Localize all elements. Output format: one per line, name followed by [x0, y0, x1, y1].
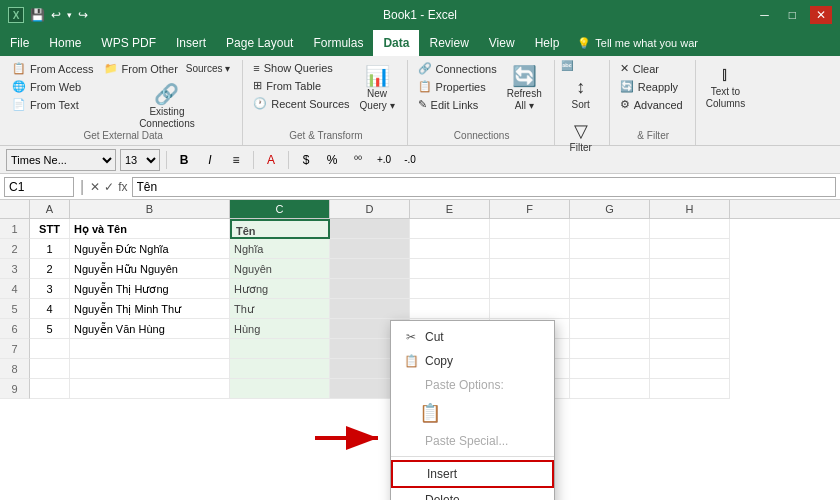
properties-button[interactable]: 📋 Properties [414, 78, 501, 95]
cell-b2[interactable]: Nguyễn Đức Nghĩa [70, 239, 230, 259]
minimize-button[interactable]: ─ [754, 6, 775, 24]
col-header-c[interactable]: C [230, 200, 330, 218]
cell-h1[interactable] [650, 219, 730, 239]
from-web-button[interactable]: 🌐 From Web [8, 78, 98, 95]
cell-e3[interactable] [410, 259, 490, 279]
comma-button[interactable]: ⁰⁰ [347, 149, 369, 171]
cell-a2[interactable]: 1 [30, 239, 70, 259]
increase-decimal-button[interactable]: +.0 [373, 149, 395, 171]
advanced-button[interactable]: ⚙ Advanced [616, 96, 687, 113]
cell-a3[interactable]: 2 [30, 259, 70, 279]
from-other-sources-button[interactable]: 📁 From Other Sources ▾ [100, 60, 235, 77]
ctx-insert[interactable]: Insert [391, 460, 554, 488]
cell-e4[interactable] [410, 279, 490, 299]
cell-g9[interactable] [570, 379, 650, 399]
cell-g8[interactable] [570, 359, 650, 379]
cell-d3[interactable] [330, 259, 410, 279]
ctx-delete[interactable]: Delete [391, 488, 554, 500]
refresh-all-button[interactable]: 🔄 Refresh All ▾ [503, 60, 546, 116]
cell-a6[interactable]: 5 [30, 319, 70, 339]
menu-view[interactable]: View [479, 30, 525, 56]
reapply-button[interactable]: 🔄 Reapply [616, 78, 687, 95]
redo-icon[interactable]: ↪ [78, 8, 88, 22]
cell-b3[interactable]: Nguyễn Hữu Nguyên [70, 259, 230, 279]
col-header-d[interactable]: D [330, 200, 410, 218]
cell-a9[interactable] [30, 379, 70, 399]
cell-f4[interactable] [490, 279, 570, 299]
cell-c3[interactable]: Nguyên [230, 259, 330, 279]
menu-file[interactable]: File [0, 30, 39, 56]
cell-g2[interactable] [570, 239, 650, 259]
align-button[interactable]: ≡ [225, 149, 247, 171]
cell-g7[interactable] [570, 339, 650, 359]
maximize-button[interactable]: □ [783, 6, 802, 24]
insert-function-icon[interactable]: fx [118, 180, 127, 194]
font-select[interactable]: Times Ne... [6, 149, 116, 171]
ctx-cut[interactable]: ✂ Cut [391, 325, 554, 349]
formula-input[interactable] [132, 177, 837, 197]
menu-page-layout[interactable]: Page Layout [216, 30, 303, 56]
cell-b7[interactable] [70, 339, 230, 359]
cell-a1[interactable]: STT [30, 219, 70, 239]
from-table-button[interactable]: ⊞ From Table [249, 77, 353, 94]
cell-h6[interactable] [650, 319, 730, 339]
bold-button[interactable]: B [173, 149, 195, 171]
cell-a8[interactable] [30, 359, 70, 379]
font-size-select[interactable]: 13 [120, 149, 160, 171]
from-access-button[interactable]: 📋 From Access [8, 60, 98, 77]
col-header-f[interactable]: F [490, 200, 570, 218]
cell-c6[interactable]: Hùng [230, 319, 330, 339]
col-header-e[interactable]: E [410, 200, 490, 218]
text-to-columns-button[interactable]: ⫿ Text to Columns [702, 60, 749, 114]
cell-f5[interactable] [490, 299, 570, 319]
existing-connections-button[interactable]: 🔗 Existing Connections [100, 78, 235, 134]
ctx-copy[interactable]: 📋 Copy [391, 349, 554, 373]
col-header-a[interactable]: A [30, 200, 70, 218]
col-header-g[interactable]: G [570, 200, 650, 218]
cell-b4[interactable]: Nguyễn Thị Hương [70, 279, 230, 299]
close-button[interactable]: ✕ [810, 6, 832, 24]
cell-g6[interactable] [570, 319, 650, 339]
cell-h3[interactable] [650, 259, 730, 279]
cell-d4[interactable] [330, 279, 410, 299]
cell-c7[interactable] [230, 339, 330, 359]
cell-d2[interactable] [330, 239, 410, 259]
cell-c9[interactable] [230, 379, 330, 399]
percent-button[interactable]: % [321, 149, 343, 171]
cell-b6[interactable]: Nguyễn Văn Hùng [70, 319, 230, 339]
cell-h2[interactable] [650, 239, 730, 259]
cell-g4[interactable] [570, 279, 650, 299]
menu-insert[interactable]: Insert [166, 30, 216, 56]
cell-a5[interactable]: 4 [30, 299, 70, 319]
tell-me-box[interactable]: 💡 Tell me what you war [577, 30, 698, 56]
menu-home[interactable]: Home [39, 30, 91, 56]
cell-c2[interactable]: Nghĩa [230, 239, 330, 259]
cell-c5[interactable]: Thư [230, 299, 330, 319]
cell-h7[interactable] [650, 339, 730, 359]
edit-links-button[interactable]: ✎ Edit Links [414, 96, 501, 113]
cell-c8[interactable] [230, 359, 330, 379]
cell-g5[interactable] [570, 299, 650, 319]
sort-button[interactable]: ↕ Sort [561, 73, 601, 115]
cell-a7[interactable] [30, 339, 70, 359]
cell-d1[interactable] [330, 219, 410, 239]
decrease-decimal-button[interactable]: -.0 [399, 149, 421, 171]
new-query-button[interactable]: 📊 New Query ▾ [356, 60, 399, 116]
undo-dropdown-icon[interactable]: ▾ [67, 10, 72, 20]
cell-b9[interactable] [70, 379, 230, 399]
show-queries-button[interactable]: ≡ Show Queries [249, 60, 353, 76]
currency-button[interactable]: $ [295, 149, 317, 171]
cell-f1[interactable] [490, 219, 570, 239]
menu-data[interactable]: Data [373, 30, 419, 56]
cell-h9[interactable] [650, 379, 730, 399]
cell-c4[interactable]: Hương [230, 279, 330, 299]
undo-icon[interactable]: ↩ [51, 8, 61, 22]
recent-sources-button[interactable]: 🕐 Recent Sources [249, 95, 353, 112]
from-text-button[interactable]: 📄 From Text [8, 96, 98, 113]
cell-b8[interactable] [70, 359, 230, 379]
cancel-formula-icon[interactable]: ✕ [90, 180, 100, 194]
menu-formulas[interactable]: Formulas [303, 30, 373, 56]
cell-e2[interactable] [410, 239, 490, 259]
cell-e1[interactable] [410, 219, 490, 239]
cell-d5[interactable] [330, 299, 410, 319]
